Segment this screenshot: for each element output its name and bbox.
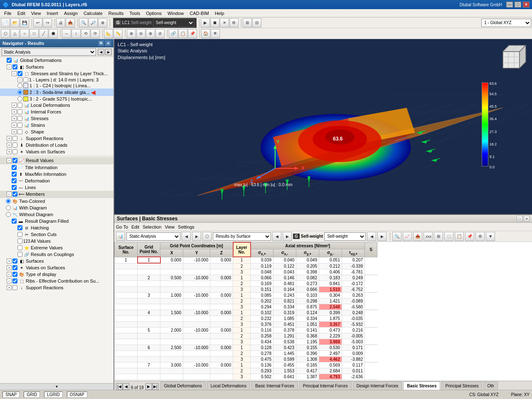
menu-calculate[interactable]: Calculate — [81, 10, 105, 16]
tree-values-on-surfaces[interactable]: + ✴ Values on Surfaces — [0, 148, 113, 155]
tree-hatching[interactable]: ⊘ Hatching — [0, 224, 113, 231]
results-analysis-combo[interactable]: Static Analysis — [126, 232, 180, 241]
minimize-button[interactable]: — — [506, 2, 513, 7]
results-xxx-btn[interactable]: .xxx — [424, 232, 433, 241]
tree-with-diagram[interactable]: 📊 With Diagram — [0, 204, 113, 211]
tree-support-reactions2[interactable]: + ↓ Support Reactions — [0, 284, 113, 291]
tree-local-deformations[interactable]: + 📊 Local Deformations — [0, 102, 113, 108]
menu-window[interactable]: Window — [165, 10, 186, 16]
results-maximize-button[interactable]: □ — [517, 216, 522, 222]
menu-cad-bim[interactable]: CAD-BIM — [187, 10, 211, 16]
tree-result-diagram-filled[interactable]: ▬ Result Diagram Filled — [0, 218, 113, 224]
redo-button[interactable]: ↪ — [43, 18, 52, 27]
results-prev-btn[interactable]: ◀ — [182, 232, 191, 241]
radio-with-diagram[interactable] — [6, 205, 11, 210]
tree-surfaces-group[interactable]: − ◧ Surfaces — [0, 64, 113, 70]
check-lines[interactable] — [12, 185, 17, 190]
tree-layer-3-2[interactable]: 3 : 2 - Grade S275 | Isotropic... — [0, 96, 113, 102]
results-more-btn2[interactable]: ⬚ — [444, 232, 453, 241]
check-strains[interactable] — [17, 123, 22, 128]
check-surfaces-sub[interactable] — [12, 259, 17, 264]
surfaces-sub-toggle[interactable]: + — [7, 259, 12, 264]
results-table-container[interactable]: SurfaceNo. GridPoint No. Grid Point Coor… — [114, 242, 532, 381]
values-on-surfaces2-toggle[interactable]: + — [7, 265, 12, 270]
layers-toggle[interactable]: − — [17, 77, 22, 82]
tree-strains[interactable]: + 📊 Strains — [0, 122, 113, 128]
ribs-toggle[interactable]: − — [7, 278, 12, 283]
results-close-button[interactable]: ✕ — [524, 216, 530, 222]
results-filter-btn[interactable]: 🔍 — [392, 232, 401, 241]
nav-next-button[interactable]: ▶ — [105, 49, 112, 55]
tree-type-of-display[interactable]: − 🎨 Type of display — [0, 271, 113, 278]
tb2-btn-r[interactable]: 📋 — [178, 29, 187, 38]
stresses-strains-toggle[interactable]: − — [12, 71, 17, 76]
menu-insert[interactable]: Insert — [44, 10, 61, 16]
tb2-btn-h[interactable]: ↕ — [71, 29, 81, 38]
radio-layer-3-2[interactable] — [17, 96, 22, 101]
tb2-btn-a[interactable]: ⬡ — [1, 29, 10, 38]
shape-toggle[interactable]: + — [12, 129, 17, 134]
menu-edit[interactable]: Edit — [15, 10, 28, 16]
check-stresses[interactable] — [17, 116, 22, 121]
check-local-deformations[interactable] — [17, 103, 22, 108]
type-of-display-toggle[interactable]: − — [7, 272, 12, 277]
members-toggle[interactable]: − — [7, 192, 12, 197]
check-internal-forces[interactable] — [17, 109, 22, 114]
results-icon2-btn[interactable]: ⬡ — [202, 232, 212, 241]
analysis-combo[interactable]: Static Analysis — [2, 48, 96, 56]
tree-internal-forces[interactable]: + 📊 Internal Forces — [0, 108, 113, 115]
check-distribution-loads[interactable] — [12, 143, 17, 148]
menu-file[interactable]: File — [2, 10, 14, 16]
check-deformation[interactable] — [12, 178, 17, 183]
check-layers-1[interactable] — [23, 77, 28, 82]
open-button[interactable]: 📂 — [10, 18, 20, 27]
results-lc-combo[interactable]: Self-weight — [324, 232, 366, 241]
tree-ribs[interactable]: − ⬚ Ribs - Effective Contribution on Su.… — [0, 278, 113, 284]
result-values-toggle[interactable]: − — [7, 158, 12, 163]
tb2-btn-c[interactable]: ○ — [20, 29, 29, 38]
check-title-information[interactable] — [12, 165, 17, 170]
osnap-indicator[interactable]: OSNAP — [67, 392, 87, 398]
tree-all-values[interactable]: 123 All Values — [0, 238, 113, 244]
tb2-btn-l[interactable]: 📏 — [113, 29, 123, 38]
results-more-btn5[interactable]: ⚙ — [475, 232, 485, 241]
check-maxmin-information[interactable] — [12, 172, 17, 177]
check-result-diagram-filled[interactable] — [12, 219, 17, 224]
tb2-btn-g[interactable]: ↔ — [62, 29, 71, 38]
tree-result-values[interactable]: − 📈 Result Values — [0, 157, 113, 164]
check-members[interactable] — [12, 192, 17, 197]
tree-deformation[interactable]: 〰 Deformation — [0, 177, 113, 184]
tb2-btn-d[interactable]: □ — [30, 29, 39, 38]
zoom-out-button[interactable]: 🔎 — [89, 18, 98, 27]
results-more-btn1[interactable]: ⊞ — [434, 232, 443, 241]
surfaces-toggle[interactable]: − — [7, 64, 12, 69]
tb-btn-f[interactable]: ⊟ — [252, 18, 261, 27]
tb2-btn-t[interactable]: 🏠 — [201, 29, 210, 38]
check-all-values[interactable] — [17, 239, 22, 244]
tree-maxmin-information[interactable]: ⬆ Max/Min Information — [0, 171, 113, 177]
tree-surfaces-sub[interactable]: + ◧ Surfaces — [0, 258, 113, 264]
close-button[interactable]: ✕ — [523, 2, 530, 7]
tb2-btn-q[interactable]: 🔗 — [169, 29, 178, 38]
maximize-button[interactable]: □ — [515, 2, 521, 7]
strains-toggle[interactable]: + — [12, 123, 17, 128]
menu-results[interactable]: Results — [106, 10, 126, 16]
results-selection[interactable]: Selection — [143, 224, 161, 229]
tb2-btn-f[interactable]: ⬟ — [49, 29, 58, 38]
menu-assign[interactable]: Assign — [62, 10, 80, 16]
results-surface-next-btn[interactable]: ▶ — [283, 232, 292, 241]
check-shape[interactable] — [17, 129, 22, 134]
results-surface-combo[interactable]: Results by Surface — [213, 232, 271, 241]
tree-global-deformations[interactable]: 📊 Global Deformations — [0, 57, 113, 64]
menu-help[interactable]: Help — [212, 10, 227, 16]
tree-distribution-loads[interactable]: + ⬇ Distribution of Loads — [0, 142, 113, 148]
tab-oth[interactable]: Oth — [483, 382, 498, 390]
results-lc-prev-btn[interactable]: ◀ — [367, 232, 376, 241]
tab-next-btn[interactable]: ▶ — [145, 383, 152, 390]
tb-btn-d[interactable]: ⚙ — [229, 18, 239, 27]
values-on-surfaces-toggle[interactable]: + — [7, 149, 12, 154]
check-support-reactions2[interactable] — [12, 285, 17, 290]
tree-results-on-couplings[interactable]: 🔗 Results on Couplings — [0, 251, 113, 258]
results-goto[interactable]: Go To — [116, 224, 128, 229]
print-button[interactable]: 🖨 — [56, 18, 65, 27]
